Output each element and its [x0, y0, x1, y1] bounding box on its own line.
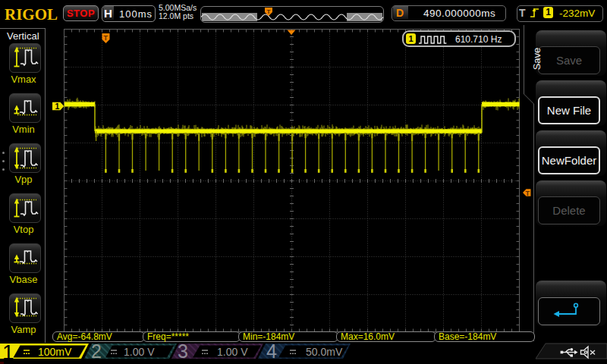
svg-text:100mV: 100mV	[38, 346, 72, 358]
svg-text:T: T	[104, 34, 109, 42]
svg-text:3: 3	[178, 343, 188, 362]
svg-text:4: 4	[266, 343, 277, 362]
svg-text:1: 1	[55, 102, 60, 111]
svg-text:T: T	[267, 8, 271, 15]
svg-text:1: 1	[2, 343, 14, 364]
svg-text:2: 2	[91, 343, 102, 362]
svg-text:1.00 V: 1.00 V	[217, 346, 248, 358]
svg-text:50.0mV: 50.0mV	[306, 346, 343, 358]
svg-text:1.00 V: 1.00 V	[124, 346, 155, 358]
